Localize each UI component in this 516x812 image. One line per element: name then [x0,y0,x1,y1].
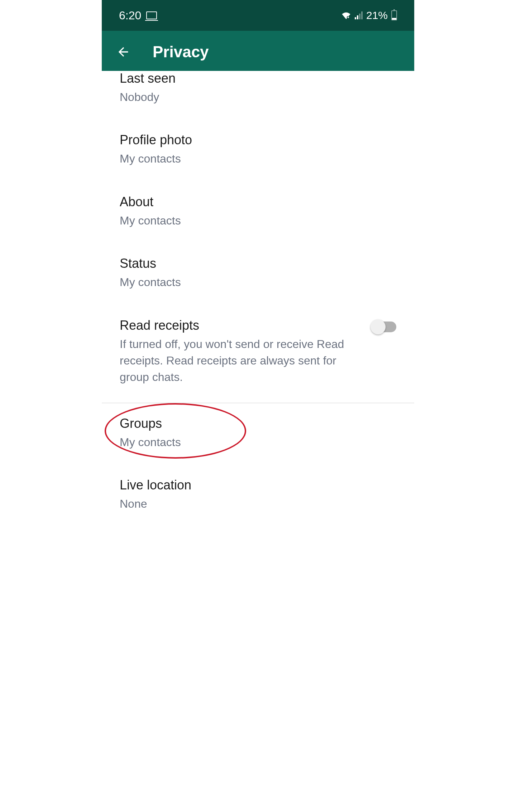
status-bar: 6:20 21% [102,0,414,31]
setting-live-location[interactable]: Live location None [102,465,414,526]
setting-title: Profile photo [120,132,396,148]
back-button[interactable] [116,45,130,59]
setting-description: If turned off, you won't send or receive… [120,336,360,386]
setting-value: None [120,496,396,512]
setting-value: My contacts [120,434,396,450]
app-bar: Privacy [102,31,414,73]
status-time: 6:20 [119,9,141,22]
setting-value: My contacts [120,212,396,229]
setting-about[interactable]: About My contacts [102,182,414,243]
settings-list: Last seen Nobody Profile photo My contac… [102,71,414,527]
setting-groups[interactable]: Groups My contacts [102,403,414,465]
status-left: 6:20 [119,9,157,22]
setting-profile-photo[interactable]: Profile photo My contacts [102,120,414,181]
setting-value: My contacts [120,150,396,167]
status-right: 21% [341,9,397,21]
setting-title: Last seen [120,71,396,86]
signal-icon [355,11,363,19]
setting-last-seen[interactable]: Last seen Nobody [102,71,414,120]
page-title: Privacy [153,43,209,61]
arrow-left-icon [116,45,130,59]
setting-read-receipts[interactable]: Read receipts If turned off, you won't s… [102,305,414,403]
battery-icon [391,10,397,20]
setting-title: Live location [120,478,396,493]
setting-title: Read receipts [120,318,360,333]
setting-value: Nobody [120,89,396,105]
laptop-icon [146,11,157,19]
battery-percent: 21% [366,9,388,21]
setting-title: Groups [120,416,396,431]
read-receipts-toggle[interactable] [371,322,396,332]
setting-title: About [120,194,396,209]
toggle-thumb [371,319,386,334]
setting-value: My contacts [120,274,396,290]
wifi-icon [341,11,351,19]
setting-title: Status [120,256,396,271]
setting-status[interactable]: Status My contacts [102,243,414,305]
